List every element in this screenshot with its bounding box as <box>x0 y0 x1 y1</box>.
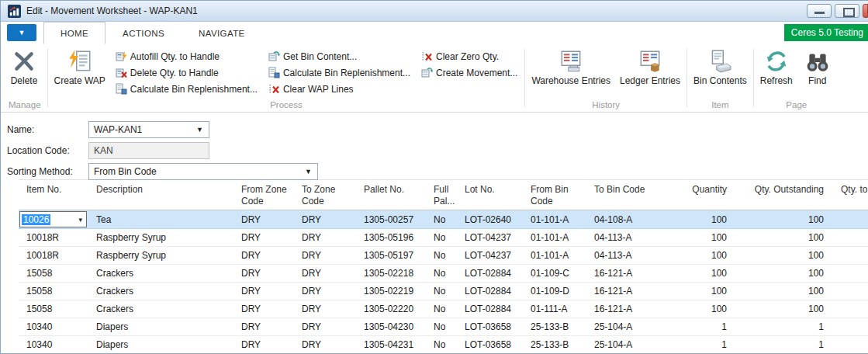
table-cell[interactable]: 01-109-D <box>523 283 586 300</box>
table-row[interactable]: 15058CrackersDRYDRY1305-02220NoLOT-02884… <box>19 300 868 318</box>
column-header[interactable]: Lot No. <box>457 180 523 210</box>
clear-zero-qty-button[interactable]: Clear Zero Qty. <box>419 49 521 64</box>
table-cell[interactable]: No <box>426 336 457 354</box>
table-cell[interactable]: DRY <box>294 265 356 283</box>
delete-button[interactable]: Delete <box>4 46 44 87</box>
table-cell[interactable]: LOT-02884 <box>457 300 523 318</box>
application-menu-button[interactable]: ▼ <box>7 24 36 41</box>
tab-home[interactable]: HOME <box>43 22 105 44</box>
table-cell[interactable] <box>833 318 868 336</box>
table-cell[interactable]: 100 <box>670 283 736 300</box>
minimize-button[interactable] <box>807 4 832 18</box>
column-header[interactable]: Quantity <box>670 180 736 210</box>
table-cell[interactable]: DRY <box>294 300 356 318</box>
table-cell[interactable]: 25-133-B <box>523 318 586 336</box>
table-cell[interactable]: 16-121-A <box>586 265 670 283</box>
table-cell[interactable]: 01-111-A <box>523 300 586 318</box>
column-header[interactable]: From Bin Code <box>523 180 586 210</box>
table-cell[interactable]: 1 <box>670 318 736 336</box>
table-cell[interactable]: DRY <box>294 336 356 354</box>
table-cell[interactable]: Diapers <box>88 318 233 336</box>
table-cell[interactable]: 10026▾ <box>19 210 88 229</box>
tab-navigate[interactable]: NAVIGATE <box>182 22 262 44</box>
table-cell[interactable]: DRY <box>233 336 294 354</box>
table-cell[interactable]: LOT-03658 <box>457 336 523 354</box>
name-combobox[interactable]: WAP-KAN1 ▼ <box>88 121 209 138</box>
table-cell[interactable]: DRY <box>294 210 356 229</box>
table-cell[interactable]: 100 <box>736 229 833 247</box>
table-cell[interactable] <box>833 283 868 300</box>
chevron-down-icon[interactable]: ▾ <box>74 216 86 224</box>
table-row[interactable]: 10018RRaspberry SyrupDRYDRY1305-05197NoL… <box>19 247 868 265</box>
table-cell[interactable] <box>833 210 868 229</box>
table-cell[interactable]: DRY <box>233 300 294 318</box>
table-cell[interactable]: DRY <box>294 283 356 300</box>
column-header[interactable]: From Zone Code <box>233 180 294 210</box>
table-cell[interactable]: 15058 <box>19 283 88 300</box>
column-header[interactable]: Full Pal... <box>426 180 457 210</box>
table-cell[interactable]: Crackers <box>88 283 233 300</box>
table-cell[interactable]: 1 <box>670 336 736 354</box>
table-cell[interactable]: 1305-02219 <box>356 283 426 300</box>
table-cell[interactable]: LOT-02884 <box>457 283 523 300</box>
table-cell[interactable]: 10018R <box>19 247 88 265</box>
table-cell[interactable]: DRY <box>233 283 294 300</box>
table-cell[interactable]: 10340 <box>19 336 88 354</box>
table-cell[interactable]: 25-133-B <box>523 336 586 354</box>
table-cell[interactable]: 100 <box>670 210 736 229</box>
delete-qty-button[interactable]: Delete Qty. to Handle <box>113 65 261 80</box>
table-cell[interactable]: 04-108-A <box>586 210 670 229</box>
table-cell[interactable]: LOT-03658 <box>457 318 523 336</box>
create-movement-button[interactable]: Create Movement... <box>419 65 521 80</box>
create-wap-button[interactable]: Create WAP <box>50 46 110 87</box>
get-bin-content-button[interactable]: Get Bin Content... <box>266 49 414 64</box>
table-cell[interactable]: 15058 <box>19 265 88 283</box>
table-cell[interactable]: DRY <box>233 247 294 265</box>
table-row[interactable]: 10026▾TeaDRYDRY1305-00257NoLOT-0264001-1… <box>19 210 868 229</box>
table-cell[interactable]: 1305-04231 <box>356 336 426 354</box>
table-cell[interactable] <box>833 265 868 283</box>
table-cell[interactable] <box>833 247 868 265</box>
table-cell[interactable]: 15058 <box>19 300 88 318</box>
table-cell[interactable]: 1 <box>736 336 833 354</box>
find-button[interactable]: Find <box>797 46 838 87</box>
table-cell[interactable]: DRY <box>294 247 356 265</box>
column-header[interactable]: Qty. to <box>833 180 868 210</box>
table-cell[interactable]: 25-104-A <box>586 336 670 354</box>
table-cell[interactable]: 100 <box>736 210 833 229</box>
column-header[interactable]: To Zone Code <box>294 180 356 210</box>
table-cell[interactable]: 100 <box>736 247 833 265</box>
table-cell[interactable] <box>833 229 868 247</box>
table-cell[interactable]: DRY <box>233 210 294 229</box>
table-cell[interactable]: 10340 <box>19 318 88 336</box>
table-cell[interactable]: 1305-02218 <box>356 265 426 283</box>
table-cell[interactable]: 100 <box>670 247 736 265</box>
table-cell[interactable]: 10018R <box>19 229 88 247</box>
table-cell[interactable]: 1 <box>736 318 833 336</box>
table-cell[interactable]: DRY <box>294 229 356 247</box>
table-cell[interactable]: No <box>426 283 457 300</box>
table-cell[interactable]: 04-113-A <box>586 229 670 247</box>
ledger-entries-button[interactable]: Ledger Entries <box>615 46 685 87</box>
table-cell[interactable]: LOT-04237 <box>457 247 523 265</box>
table-cell[interactable]: 100 <box>736 300 833 318</box>
table-cell[interactable]: 16-121-A <box>586 300 670 318</box>
table-cell[interactable]: LOT-02640 <box>457 210 523 229</box>
table-cell[interactable]: 1305-05197 <box>356 247 426 265</box>
table-cell[interactable]: 100 <box>670 265 736 283</box>
column-header[interactable]: Qty. Outstanding <box>736 180 833 210</box>
table-cell[interactable]: 01-101-A <box>523 210 586 229</box>
table-cell[interactable]: Raspberry Syrup <box>88 247 233 265</box>
table-cell[interactable]: 04-113-A <box>586 247 670 265</box>
table-cell[interactable]: 01-109-C <box>523 265 586 283</box>
table-cell[interactable]: LOT-02884 <box>457 265 523 283</box>
chevron-down-icon[interactable]: ▼ <box>191 126 209 134</box>
table-cell[interactable]: No <box>426 229 457 247</box>
table-cell[interactable]: 100 <box>736 265 833 283</box>
table-cell[interactable]: Crackers <box>88 265 233 283</box>
table-cell[interactable]: 100 <box>670 300 736 318</box>
table-cell[interactable]: 16-121-A <box>586 283 670 300</box>
item-no-edit-combobox[interactable]: 10026▾ <box>19 211 87 227</box>
warehouse-entries-button[interactable]: Warehouse Entries <box>527 46 615 87</box>
table-cell[interactable]: DRY <box>294 318 356 336</box>
